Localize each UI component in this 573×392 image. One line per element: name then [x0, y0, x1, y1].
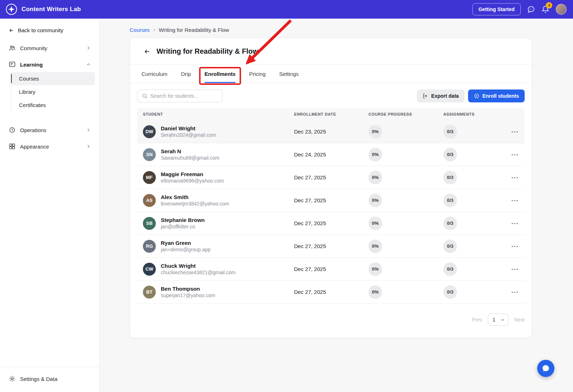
- student-email: ellismania9696@yahoo.com: [161, 178, 224, 184]
- student-search-box: [137, 89, 222, 102]
- current-page: 1: [492, 317, 495, 323]
- enrollment-date: Dec 27, 2025: [294, 174, 369, 180]
- course-card: Writing for Readability & Flow Curriculu…: [130, 38, 532, 338]
- table-header-row: STUDENT ENROLLMENT DATE COURSE PROGRESS …: [137, 108, 525, 120]
- enroll-students-button[interactable]: Enroll students: [468, 89, 525, 102]
- student-avatar: DW: [143, 125, 156, 138]
- student-name: Stephanie Brown: [161, 217, 205, 223]
- sidebar-item-appearance[interactable]: Appearance: [0, 138, 99, 155]
- row-menu-button[interactable]: ⋯: [509, 241, 521, 251]
- assignments-badge: 0/3: [443, 125, 457, 139]
- student-name: Chuck Wright: [161, 263, 236, 269]
- next-page-button[interactable]: Next: [514, 317, 525, 323]
- enrollment-date: Dec 27, 2025: [294, 289, 369, 295]
- breadcrumb-separator-icon: ›: [153, 26, 155, 33]
- export-icon: [423, 93, 428, 99]
- enrollment-date: Dec 23, 2025: [294, 129, 369, 135]
- row-menu-button[interactable]: ⋯: [509, 287, 521, 297]
- enroll-students-label: Enroll students: [482, 93, 519, 99]
- assignments-badge: 0/3: [443, 285, 457, 299]
- table-row: SN Serah N Sawamuhu89@gmail.com Dec 24, …: [137, 143, 525, 166]
- sidebar-item-label: Community: [20, 45, 81, 51]
- student-avatar: CW: [143, 263, 156, 276]
- student-cell: DW Daniel Wright Serahn2024@gmail.com: [137, 125, 294, 138]
- row-menu-button[interactable]: ⋯: [509, 126, 521, 137]
- breadcrumb-courses-link[interactable]: Courses: [130, 27, 150, 33]
- notifications-bell-icon[interactable]: 4: [541, 5, 549, 13]
- student-email: Sawamuhu89@gmail.com: [161, 155, 220, 161]
- sidebar-item-operations[interactable]: Operations: [0, 122, 99, 138]
- search-input[interactable]: [150, 93, 218, 99]
- prev-page-button[interactable]: Prev: [472, 317, 482, 323]
- sidebar-item-library[interactable]: Library: [10, 85, 95, 98]
- table-row: CW Chuck Wright chuckiechesse43821@gmail…: [137, 258, 525, 281]
- tab-settings[interactable]: Settings: [279, 64, 299, 83]
- chat-bubble-icon: [541, 364, 550, 373]
- table-row: SB Stephanie Brown jan@offkilter.co Dec …: [137, 212, 525, 235]
- student-name: Ryan Green: [161, 240, 211, 246]
- chevron-right-icon: [86, 127, 91, 133]
- student-avatar: MF: [143, 171, 156, 184]
- table-body: DW Daniel Wright Serahn2024@gmail.com De…: [137, 120, 525, 304]
- breadcrumb-current: Writing for Readability & Flow: [159, 27, 229, 33]
- student-avatar: AS: [143, 194, 156, 207]
- tab-curriculum[interactable]: Curriculum: [141, 64, 168, 83]
- user-avatar[interactable]: [556, 4, 567, 15]
- community-brand[interactable]: Content Writers Lab: [6, 4, 81, 15]
- chevron-right-icon: [86, 45, 91, 51]
- course-progress-badge: 0%: [369, 171, 382, 184]
- breadcrumb: Courses › Writing for Readability & Flow: [130, 26, 573, 33]
- student-email: jan+demo@group.app: [161, 247, 211, 252]
- sidebar-nav: Community Learning Courses Library Certi…: [0, 40, 99, 155]
- sidebar-item-courses[interactable]: Courses: [10, 72, 95, 85]
- tab-drip[interactable]: Drip: [181, 64, 191, 83]
- course-progress-badge: 0%: [369, 217, 382, 230]
- row-menu-button[interactable]: ⋯: [509, 172, 521, 183]
- chat-widget-button[interactable]: [537, 360, 554, 377]
- learning-sub-menu: Courses Library Certificates: [0, 72, 99, 114]
- sidebar-item-settings-data[interactable]: Settings & Data: [0, 371, 99, 387]
- export-data-button[interactable]: Export data: [417, 89, 464, 102]
- getting-started-button[interactable]: Getting Started: [472, 3, 521, 15]
- tab-enrollments-label: Enrollments: [204, 71, 236, 77]
- back-arrow-icon: [9, 28, 14, 33]
- enrollments-table: STUDENT ENROLLMENT DATE COURSE PROGRESS …: [137, 108, 525, 304]
- sidebar-item-learning[interactable]: Learning: [0, 56, 99, 73]
- table-row: AS Alex Smith limesweetjm3842@yahoo.com …: [137, 189, 525, 212]
- row-menu-button[interactable]: ⋯: [509, 195, 521, 205]
- tab-pricing[interactable]: Pricing: [249, 64, 266, 83]
- student-name: Maggie Freeman: [161, 171, 224, 177]
- course-progress-badge: 0%: [369, 262, 382, 276]
- gear-icon: [9, 375, 16, 382]
- student-cell: RG Ryan Green jan+demo@group.app: [137, 240, 294, 253]
- table-row: BT Ben Thompson superjan17@yahoo.com Dec…: [137, 281, 525, 304]
- course-back-arrow-icon[interactable]: [144, 48, 151, 55]
- student-name: Ben Thompson: [161, 286, 215, 292]
- export-data-label: Export data: [431, 93, 459, 99]
- learning-icon: [9, 61, 16, 68]
- community-logo-icon: [6, 4, 17, 15]
- messages-icon[interactable]: [527, 5, 535, 13]
- page-number-select[interactable]: 1: [488, 314, 509, 326]
- sidebar-item-certificates[interactable]: Certificates: [10, 98, 95, 112]
- column-header-student: STUDENT: [137, 112, 294, 116]
- student-name: Daniel Wright: [161, 125, 216, 131]
- student-email: jan@offkilter.co: [161, 224, 205, 229]
- row-menu-button[interactable]: ⋯: [509, 264, 521, 274]
- row-menu-button[interactable]: ⋯: [509, 218, 521, 228]
- chevron-right-icon: [86, 144, 91, 149]
- student-email: superjan17@yahoo.com: [161, 292, 215, 298]
- page-title: Writing for Readability & Flow: [157, 47, 258, 55]
- student-avatar: BT: [143, 286, 156, 299]
- sidebar-item-community[interactable]: Community: [0, 40, 99, 56]
- tab-enrollments[interactable]: Enrollments: [204, 64, 236, 83]
- back-to-community-link[interactable]: Back to community: [0, 21, 99, 40]
- enrollments-toolbar: Export data Enroll students: [130, 83, 532, 107]
- student-name: Serah N: [161, 148, 220, 154]
- row-menu-button[interactable]: ⋯: [509, 149, 521, 160]
- assignments-badge: 0/3: [443, 171, 457, 184]
- enrollment-date: Dec 24, 2025: [294, 151, 369, 158]
- student-cell: AS Alex Smith limesweetjm3842@yahoo.com: [137, 194, 294, 207]
- student-avatar: SN: [143, 148, 156, 161]
- student-email: limesweetjm3842@yahoo.com: [161, 201, 229, 207]
